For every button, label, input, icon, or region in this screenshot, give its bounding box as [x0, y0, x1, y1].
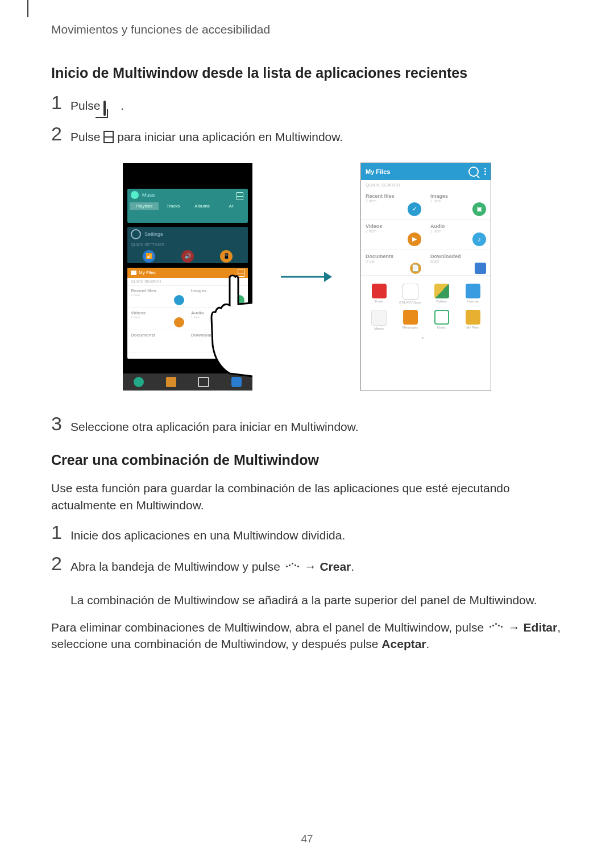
rp-images: Images — [430, 193, 486, 199]
lf-videos: Videos — [131, 310, 184, 315]
rp-dl: Downloaded — [430, 254, 486, 259]
step2-text: Pulse para iniciar una aplicación en Mul… — [70, 124, 343, 145]
s2s2-pre: Abra la bandeja de Multiwindow y pulse — [70, 560, 284, 573]
lf-docs: Documents — [131, 333, 184, 338]
section1-title: Inicio de Multiwindow desde la lista de … — [51, 65, 563, 81]
music-tab4: Ar — [217, 202, 246, 210]
messages-icon — [403, 310, 418, 325]
music-app-icon — [434, 310, 449, 325]
rp-audio: Audio — [430, 223, 486, 229]
rp-videos: Videos — [366, 223, 421, 229]
gallery-label: Gallery — [436, 300, 447, 303]
bb-icon1 — [134, 377, 144, 387]
phone-left: Music Playlists Tracks Albums Ar Setting… — [123, 163, 252, 391]
messages-label: Messages — [403, 326, 418, 329]
email-label: Email — [375, 300, 383, 303]
step1: 1 Pulse . — [51, 93, 563, 114]
recent-icon — [174, 295, 184, 305]
recent-card-music: Music Playlists Tracks Albums Ar — [127, 189, 248, 223]
s2s2-arrow: → — [305, 560, 320, 573]
section2-intro: Use esta función para guardar la combina… — [51, 480, 563, 513]
rp-docs: Documents — [366, 254, 421, 259]
memo-icon — [371, 310, 387, 326]
s2-step1-num: 1 — [51, 522, 70, 542]
rp-dl-icon — [475, 263, 486, 274]
rp-header: My Files — [361, 163, 491, 180]
gallery-icon — [434, 284, 449, 298]
hand-pointer-icon — [207, 271, 252, 385]
s2-step1-text: Inicie dos aplicaciones en una Multiwind… — [70, 522, 345, 543]
figure-row: Music Playlists Tracks Albums Ar Setting… — [51, 163, 563, 391]
quick-settings-label: QUICK SETTINGS — [127, 242, 248, 248]
rp-docs-icon: 📄 — [410, 263, 421, 274]
memo-label: Memo — [374, 327, 384, 330]
step3-text: Seleccione otra aplicación para iniciar … — [70, 414, 359, 435]
myfiles-icon — [466, 310, 480, 325]
folder-icon — [131, 271, 136, 275]
gear-icon — [131, 229, 141, 239]
music-app-label: Music — [437, 326, 446, 329]
rp-recent-icon: ✓ — [408, 202, 421, 216]
lf-recent: Recent files — [131, 288, 184, 293]
page-border-mark — [27, 0, 28, 17]
music-label: Music — [142, 192, 156, 198]
step2: 2 Pulse para iniciar una aplicación en M… — [51, 124, 563, 145]
s2s2-post: . — [351, 560, 354, 573]
rp-videos-icon: ▶ — [408, 232, 421, 246]
s2-step2-text: Abra la bandeja de Multiwindow y pulse →… — [70, 554, 537, 608]
rp-recent: Recent files — [366, 193, 421, 199]
music-tab3: Albums — [188, 202, 217, 210]
recent-card-settings: Settings QUICK SETTINGS 📶 🔊 📱 — [127, 227, 248, 263]
files-title-left: My Files — [139, 270, 156, 275]
section2-outro: Para eliminar combinaciones de Multiwind… — [51, 619, 563, 653]
step2-num: 2 — [51, 124, 70, 143]
rp-quick: QUICK SEARCH — [361, 180, 491, 190]
handle-dots-icon — [286, 566, 299, 567]
outro-arrow: → — [508, 621, 524, 634]
more-icon — [484, 168, 486, 175]
music-tab2: Tracks — [159, 202, 188, 210]
s2-step1: 1 Inicie dos aplicaciones en una Multiwi… — [51, 522, 563, 543]
s2s2-line2: La combinación de Multiwindow se añadirá… — [70, 593, 537, 607]
internet-icon — [466, 284, 480, 298]
step1-text: Pulse . — [70, 93, 124, 114]
phone-right: My Files QUICK SEARCH Recent files2 item… — [360, 163, 491, 391]
rp-images-icon: ▣ — [472, 202, 486, 216]
music-icon — [131, 191, 139, 199]
split-icon-small — [237, 192, 243, 200]
arrow-right-icon — [281, 271, 332, 283]
email-icon — [372, 284, 387, 298]
s2s2-crear: Crear — [320, 560, 351, 573]
page-dots: • · · — [361, 333, 491, 343]
handle-dots-icon-2 — [489, 626, 503, 628]
outro-editar: Editar — [524, 621, 558, 634]
recent-apps-icon — [103, 100, 117, 110]
search-icon — [468, 167, 479, 177]
rp-audio-icon: ♪ — [472, 232, 486, 246]
music-tab1: Playlists — [130, 202, 159, 210]
step2-post: para iniciar una aplicación en Multiwind… — [117, 130, 343, 143]
galaxy-icon — [403, 284, 418, 300]
page-number: 47 — [301, 833, 313, 845]
outro-aceptar: Aceptar — [381, 637, 426, 650]
internet-label: Internet — [467, 300, 478, 303]
rotate-icon: 📱 — [220, 250, 233, 263]
rp-title: My Files — [366, 168, 390, 175]
step1-post: . — [121, 99, 124, 112]
videos-icon — [174, 317, 184, 327]
s2-step2-num: 2 — [51, 554, 70, 573]
galaxy-label: GALAXY Apps — [399, 301, 421, 304]
step2-pre: Pulse — [70, 130, 103, 143]
bb-icon2 — [166, 377, 176, 387]
wifi-icon: 📶 — [143, 250, 155, 263]
running-header: Movimientos y funciones de accesibilidad — [51, 23, 563, 36]
split-screen-icon — [103, 131, 114, 143]
settings-label: Settings — [144, 231, 163, 237]
outro-pre: Para eliminar combinaciones de Multiwind… — [51, 621, 487, 634]
step1-num: 1 — [51, 93, 70, 112]
s2-step2: 2 Abra la bandeja de Multiwindow y pulse… — [51, 554, 563, 608]
section2-title: Crear una combinación de Multiwindow — [51, 452, 563, 468]
outro-post: . — [426, 637, 430, 650]
step3-num: 3 — [51, 414, 70, 433]
sound-icon: 🔊 — [181, 250, 194, 263]
